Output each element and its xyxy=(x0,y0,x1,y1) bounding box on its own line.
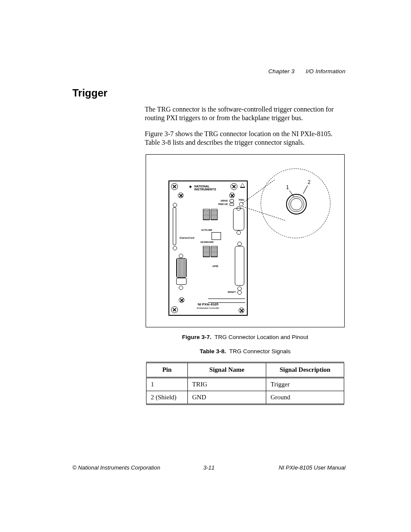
leader-line-icon xyxy=(303,185,308,194)
figure-caption-text: TRG Connector Location and Pinout xyxy=(215,334,308,340)
brand-label: NATIONAL INSTRUMENTS xyxy=(194,185,220,191)
dvi-port-icon xyxy=(176,258,187,278)
figure-label: Figure 3-7. xyxy=(182,334,211,340)
screw-icon xyxy=(179,297,184,303)
screw-icon xyxy=(230,183,237,190)
usb-port-icon xyxy=(203,246,210,257)
cell-name: TRIG xyxy=(188,377,266,391)
callout-number-1: 1 xyxy=(286,184,289,191)
table-caption-text: TRG Connector Signals xyxy=(229,348,291,355)
cell-pin: 2 (Shield) xyxy=(146,391,188,404)
trig-label: TRIG xyxy=(239,199,244,202)
jackscrew-icon xyxy=(237,206,241,211)
dot-icon xyxy=(173,203,177,207)
expresscard-label: ExpressCard xyxy=(180,236,194,240)
speed-label: 10/100/1000 xyxy=(200,241,214,244)
product-label: NI PXIe-8105 Embedded Controller xyxy=(169,302,247,310)
col-signal-name: Signal Name xyxy=(188,363,266,377)
jackscrew-icon xyxy=(179,286,183,290)
dot-icon xyxy=(173,246,177,250)
serial-port-icon xyxy=(233,208,244,230)
figure-caption: Figure 3-7. TRG Connector Location and P… xyxy=(145,333,346,341)
reset-button-icon xyxy=(237,290,242,295)
cell-pin: 1 xyxy=(146,377,188,391)
callout-number-2: 2 xyxy=(308,179,311,186)
callout-circle: 1 2 xyxy=(261,168,330,238)
jackscrew-icon xyxy=(237,230,241,235)
led-icon xyxy=(230,203,234,206)
jackscrew-icon xyxy=(179,254,183,258)
led-icon xyxy=(230,199,234,202)
table-label: Table 3-8. xyxy=(199,348,226,355)
screw-icon xyxy=(178,193,184,198)
table-row: 1 TRIG Trigger xyxy=(146,377,344,391)
ni-eagle-icon: ✦ xyxy=(188,184,193,190)
table-header-row: Pin Signal Name Signal Description xyxy=(146,363,344,377)
figure-frame: ✦ NATIONAL INSTRUMENTS DRIVE PWR OK TRIG xyxy=(146,154,345,327)
triangle-icon xyxy=(240,183,245,188)
pwrok-label: PWR OK xyxy=(218,203,228,206)
cell-desc: Ground xyxy=(266,391,344,404)
col-signal-desc: Signal Description xyxy=(266,363,344,377)
paragraph-2: Figure 3-7 shows the TRG connector locat… xyxy=(145,130,346,147)
table-row: 2 (Shield) GND Ground xyxy=(146,391,344,404)
cell-desc: Trigger xyxy=(266,377,344,391)
drive-label: DRIVE xyxy=(221,199,228,202)
screw-icon xyxy=(229,193,235,198)
screw-icon xyxy=(171,183,178,190)
expresscard-slot-icon xyxy=(173,207,176,245)
footer-page-number: 3-11 xyxy=(72,464,346,471)
product-subtitle: Embedded Controller xyxy=(169,307,247,310)
product-name: NI PXIe-8105 xyxy=(169,302,247,307)
running-header: Chapter 3 I/O Information xyxy=(268,68,346,75)
reset-label: RESET xyxy=(228,291,236,294)
jackscrew-icon xyxy=(237,242,242,246)
section-title: Trigger xyxy=(72,87,346,99)
usb-port-icon xyxy=(211,246,218,257)
dvi-port-icon xyxy=(176,278,187,285)
paragraph-1: The TRG connector is the software-contro… xyxy=(145,105,346,123)
controller-front-panel: ✦ NATIONAL INSTRUMENTS DRIVE PWR OK TRIG xyxy=(168,180,248,316)
section-label: I/O Information xyxy=(306,68,346,75)
table-caption: Table 3-8. TRG Connector Signals xyxy=(145,348,346,355)
col-pin: Pin xyxy=(146,363,188,377)
body-column: The TRG connector is the software-contro… xyxy=(145,105,346,405)
actlink-label: ACT/LINK xyxy=(201,229,212,232)
chapter-label: Chapter 3 xyxy=(268,68,295,75)
trg-connector-detail-icon xyxy=(286,194,307,215)
gpib-label: GPIB xyxy=(212,265,218,268)
gpib-port-icon xyxy=(235,246,244,286)
ethernet-port-icon xyxy=(212,232,221,240)
usb-port-icon xyxy=(211,209,218,220)
page-footer: © National Instruments Corporation 3-11 … xyxy=(72,464,346,471)
cell-name: GND xyxy=(188,391,266,404)
usb-port-icon xyxy=(203,209,210,220)
signals-table: Pin Signal Name Signal Description 1 TRI… xyxy=(146,362,344,405)
